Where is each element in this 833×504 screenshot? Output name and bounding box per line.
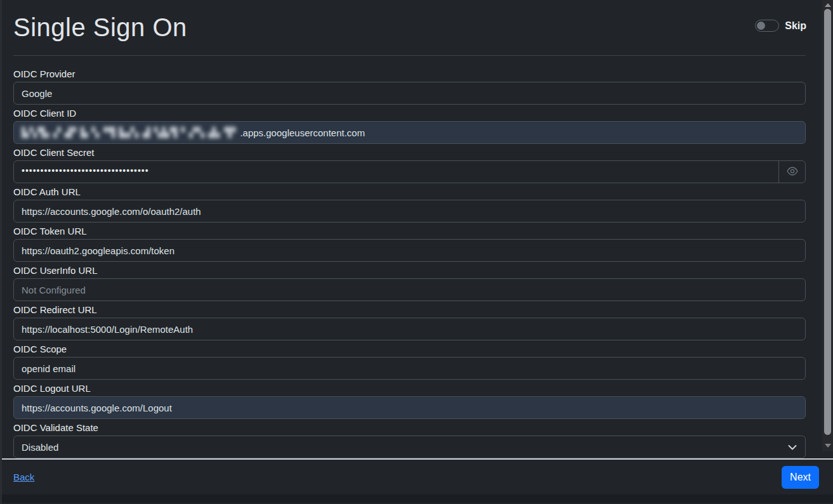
window-bottom-strip [0,494,833,503]
oidc-client-secret-masked-value: •••••••••••••••••••••••••••••••••• [22,166,149,175]
oidc-settings-form: OIDC ProviderGoogleOIDC Client ID▙▚▜▖▞ ▟… [13,68,806,458]
wizard-footer: Back Next [0,458,833,504]
scrollbar-thumb[interactable] [824,9,831,435]
form-field-oidc-token-url: OIDC Token URLhttps://oauth2.googleapis.… [13,226,806,262]
oidc-client-secret-input[interactable]: •••••••••••••••••••••••••••••••••• [13,160,806,183]
vertical-scrollbar[interactable] [822,0,833,451]
reveal-secret-button[interactable] [778,161,805,183]
form-field-oidc-redirect-url: OIDC Redirect URLhttps://localhost:5000/… [13,304,806,340]
next-button[interactable]: Next [782,466,819,489]
form-field-oidc-validate-state: OIDC Validate StateDisabled [13,422,806,458]
oidc-validate-state-select[interactable]: Disabled [13,436,806,458]
oidc-validate-state-selected-value: Disabled [22,442,58,453]
skip-label: Skip [785,20,806,32]
oidc-logout-url-value: https://accounts.google.com/Logout [22,403,172,413]
form-field-oidc-auth-url: OIDC Auth URLhttps://accounts.google.com… [13,186,806,223]
form-field-oidc-provider: OIDC ProviderGoogle [13,68,806,105]
form-field-oidc-client-id: OIDC Client ID▙▚▜▖▞ ▟▘▙ ▚▝▜ ▙▞▖▟ ▚▙▜ ▘▞▚… [13,108,806,144]
oidc-auth-url-label: OIDC Auth URL [13,186,806,198]
oidc-client-id-label: OIDC Client ID [13,108,806,119]
oidc-scope-value: openid email [22,363,75,374]
oidc-provider-label: OIDC Provider [13,68,806,80]
form-field-oidc-logout-url: OIDC Logout URLhttps://accounts.google.c… [13,383,806,419]
oidc-userinfo-url-placeholder: Not Configured [22,285,86,295]
oidc-token-url-input[interactable]: https://oauth2.googleapis.com/token [13,239,806,262]
oidc-client-id-visible-suffix: .apps.googleusercontent.com [240,127,365,138]
oidc-client-secret-value[interactable]: •••••••••••••••••••••••••••••••••• [14,161,778,183]
oidc-userinfo-url-input[interactable]: Not Configured [13,278,806,301]
form-field-oidc-client-secret: OIDC Client Secret••••••••••••••••••••••… [13,147,806,183]
oidc-logout-url-label: OIDC Logout URL [13,383,806,394]
oidc-token-url-value: https://oauth2.googleapis.com/token [22,245,174,256]
oidc-client-id-input[interactable]: ▙▚▜▖▞ ▟▘▙ ▚▝▜ ▙▞▖▟ ▚▙▜ ▘▞▚ ▟▖▜▘.apps.goo… [13,121,806,144]
oidc-logout-url-input[interactable]: https://accounts.google.com/Logout [13,396,806,419]
skip-toggle[interactable] [755,20,779,32]
form-field-oidc-userinfo-url: OIDC UserInfo URLNot Configured [13,265,806,301]
oidc-auth-url-value: https://accounts.google.com/o/oauth2/aut… [22,206,201,217]
footer-bar: Back Next [0,458,833,494]
oidc-redirect-url-label: OIDC Redirect URL [13,304,806,316]
page-header: Single Sign On [13,0,806,56]
oidc-redirect-url-input[interactable]: https://localhost:5000/Login/RemoteAuth [13,318,806,340]
scroll-down-arrow[interactable] [825,444,831,448]
oidc-client-secret-label: OIDC Client Secret [13,147,806,158]
form-field-oidc-scope: OIDC Scopeopenid email [13,344,806,380]
page-title: Single Sign On [13,12,806,43]
toggle-knob [757,22,765,30]
window-left-edge [0,0,2,504]
oidc-provider-value: Google [22,88,52,99]
oidc-client-id-redacted-blob: ▙▚▜▖▞ ▟▘▙ ▚▝▜ ▙▞▖▟ ▚▙▜ ▘▞▚ ▟▖▜▘ [22,127,240,138]
oidc-validate-state-label: OIDC Validate State [13,422,806,434]
title-divider [13,55,806,56]
chevron-down-icon [788,442,797,453]
oidc-scope-label: OIDC Scope [13,344,806,355]
oidc-redirect-url-value: https://localhost:5000/Login/RemoteAuth [22,324,193,335]
back-link[interactable]: Back [13,472,34,482]
oidc-provider-input[interactable]: Google [13,82,806,105]
skip-control: Skip [755,20,806,32]
oidc-auth-url-input[interactable]: https://accounts.google.com/o/oauth2/aut… [13,200,806,223]
scroll-up-arrow[interactable] [825,3,831,7]
eye-icon [787,167,798,178]
oidc-userinfo-url-label: OIDC UserInfo URL [13,265,806,276]
oidc-token-url-label: OIDC Token URL [13,226,806,237]
oidc-scope-input[interactable]: openid email [13,357,806,380]
sso-settings-panel: Single Sign On OIDC ProviderGoogleOIDC C… [0,0,833,458]
